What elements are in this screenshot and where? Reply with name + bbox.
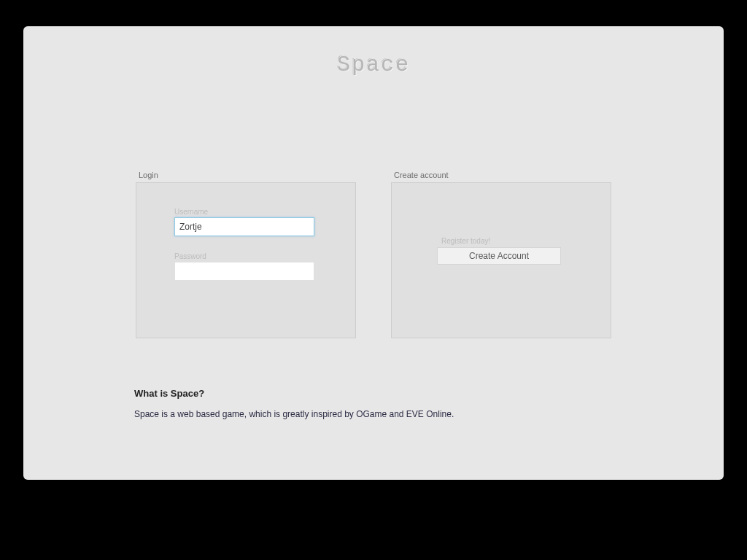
register-panel: Register today! Create Account: [391, 182, 611, 338]
login-panel: Username Password: [136, 182, 356, 338]
username-field-block: Username: [174, 208, 317, 236]
about-body: Space is a web based game, which is grea…: [134, 409, 616, 419]
register-prompt: Register today!: [437, 237, 573, 245]
login-panel-label: Login: [136, 171, 356, 179]
password-field-block: Password: [174, 252, 317, 281]
app-title: Space: [23, 26, 724, 77]
about-section: What is Space? Space is a web based game…: [134, 388, 616, 419]
password-label: Password: [174, 252, 317, 260]
register-panel-wrap: Create account Register today! Create Ac…: [391, 171, 611, 338]
app-card: Space Login Username Password Create acc…: [23, 26, 724, 480]
password-input[interactable]: [174, 262, 314, 281]
username-input[interactable]: [174, 217, 314, 236]
panel-row: Login Username Password Create account R…: [23, 171, 724, 338]
create-account-button[interactable]: Create Account: [437, 247, 561, 265]
username-label: Username: [174, 208, 317, 216]
register-panel-label: Create account: [391, 171, 611, 179]
login-panel-wrap: Login Username Password: [136, 171, 356, 338]
register-area: Register today! Create Account: [430, 208, 573, 265]
about-heading: What is Space?: [134, 388, 616, 399]
